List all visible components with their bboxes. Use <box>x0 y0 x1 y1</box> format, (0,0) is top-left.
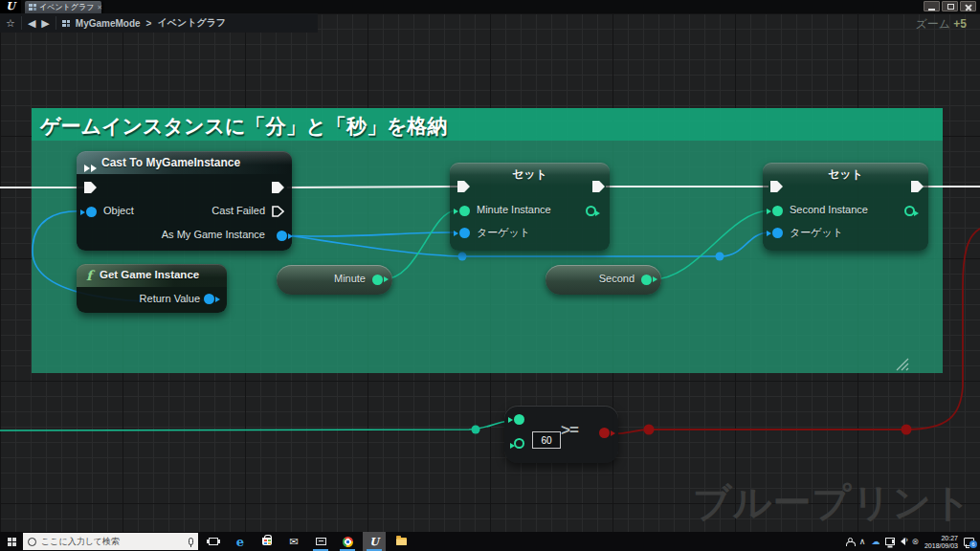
show-hidden-icons-chevron[interactable]: ∧ <box>859 532 866 551</box>
breadcrumb-separator: > <box>146 18 152 29</box>
minute-label: Minute <box>334 273 366 284</box>
compare-input-b-pin[interactable] <box>514 438 524 449</box>
node-set-second-instance[interactable]: セット Second Instance ターゲット <box>763 163 928 251</box>
maximize-button[interactable] <box>942 1 958 11</box>
tab-label: イベントグラフ <box>39 2 94 12</box>
mail-button[interactable]: ✉ <box>282 532 305 551</box>
blueprint-watermark: ブループリント <box>692 476 972 529</box>
edge-icon: e <box>236 536 244 548</box>
node-get-second[interactable]: Second <box>546 265 661 295</box>
reroute-node-green[interactable] <box>472 426 480 434</box>
as-instance-output-pin[interactable] <box>277 231 287 241</box>
tab-close-icon[interactable]: ✕ <box>97 4 102 11</box>
blueprint-graph-canvas[interactable]: ゲームインスタンスに「分」と「秒」を格納 <box>0 13 980 532</box>
object-pin-label: Object <box>103 205 134 216</box>
app-window-icon <box>316 538 326 545</box>
windows-logo-icon <box>8 538 16 546</box>
forward-button[interactable]: ▶ <box>41 13 49 33</box>
cortana-icon <box>28 538 36 546</box>
target-pin-label: ターゲット <box>790 226 843 240</box>
taskbar-clock[interactable]: 20:27 2018/09/03 <box>924 533 958 550</box>
object-input-pin[interactable] <box>86 207 97 217</box>
breadcrumb-current[interactable]: イベントグラフ <box>157 16 226 30</box>
zoom-label: ズーム <box>915 17 950 31</box>
value-output-pin[interactable] <box>586 206 596 216</box>
favorite-star-icon[interactable]: ☆ <box>6 13 15 33</box>
node-title: セット <box>763 166 928 183</box>
exec-output-pin[interactable] <box>272 182 284 193</box>
cast-icon <box>84 159 98 176</box>
second-instance-pin-label: Second Instance <box>790 204 868 215</box>
return-value-pin-label: Return Value <box>140 293 200 304</box>
mail-icon: ✉ <box>289 536 298 548</box>
reroute-node-red-1[interactable] <box>644 425 655 435</box>
second-output-pin[interactable] <box>641 275 652 285</box>
task-view-button[interactable] <box>202 532 225 551</box>
folder-icon <box>396 538 407 545</box>
app-window-button[interactable] <box>309 532 332 551</box>
node-cast-to-mygameinstance[interactable]: Cast To MyGameInstance Object Cast Faile… <box>77 151 292 251</box>
reroute-node-blue-1[interactable] <box>458 253 467 261</box>
task-view-icon <box>209 538 218 545</box>
reroute-node-blue-2[interactable] <box>716 253 724 261</box>
speaker-icon[interactable] <box>901 538 905 545</box>
chrome-button[interactable] <box>336 532 359 551</box>
microphone-icon[interactable] <box>189 538 193 545</box>
close-button[interactable] <box>960 1 976 11</box>
clock-date: 2018/09/03 <box>924 542 958 550</box>
store-icon <box>262 538 272 545</box>
minute-output-pin[interactable] <box>372 275 383 285</box>
store-button[interactable] <box>256 532 278 551</box>
function-node-header: f Get Game Instance <box>77 264 227 287</box>
minimize-button[interactable] <box>924 1 940 11</box>
node-title: Cast To MyGameInstance <box>101 156 240 169</box>
return-value-output-pin[interactable] <box>204 294 214 304</box>
tab-event-graph[interactable]: イベントグラフ ✕ <box>25 1 101 13</box>
taskbar-search[interactable] <box>23 533 198 550</box>
node-get-minute[interactable]: Minute <box>277 265 392 295</box>
minute-instance-pin-label: Minute Instance <box>477 204 551 215</box>
wire-second-to-set2 <box>651 210 768 279</box>
node-get-game-instance[interactable]: f Get Game Instance Return Value <box>77 264 227 313</box>
compare-input-a-pin[interactable] <box>514 414 524 425</box>
edge-button[interactable]: e <box>229 532 252 551</box>
wire-exec-cast-to-set1 <box>287 187 457 187</box>
blueprint-grid-icon <box>62 20 70 27</box>
reroute-node-red-2[interactable] <box>902 425 912 435</box>
action-center-icon[interactable]: 6 <box>964 538 974 546</box>
file-explorer-button[interactable] <box>390 532 412 551</box>
cast-failed-exec-pin[interactable] <box>272 206 284 217</box>
target-input-pin[interactable] <box>772 228 783 238</box>
breadcrumb-root[interactable]: MyGameMode <box>76 18 141 29</box>
graph-navbar: ☆ ◀ ▶ MyGameMode > イベントグラフ <box>0 13 318 33</box>
second-instance-input-pin[interactable] <box>772 206 783 216</box>
status-circle-icon[interactable]: ⊗ <box>911 532 919 551</box>
cast-failed-pin-label: Cast Failed <box>212 205 265 216</box>
value-output-pin[interactable] <box>904 206 915 216</box>
cast-node-header: Cast To MyGameInstance <box>77 151 292 174</box>
start-button[interactable] <box>0 532 23 551</box>
wire-compare-out <box>605 229 980 433</box>
target-pin-label: ターゲット <box>477 226 530 240</box>
unreal-logo-icon: U <box>0 0 21 13</box>
node-greater-equal[interactable]: >= <box>504 406 618 463</box>
compare-value-field[interactable] <box>532 431 561 449</box>
as-instance-pin-label: As My Game Instance <box>162 229 265 240</box>
minute-instance-input-pin[interactable] <box>459 206 470 216</box>
function-icon: f <box>86 265 92 286</box>
onedrive-cloud-icon[interactable]: ☁ <box>871 532 880 551</box>
search-input[interactable] <box>41 537 166 546</box>
exec-input-pin[interactable] <box>84 182 97 193</box>
blueprint-grid-icon <box>29 4 36 11</box>
wire-minute-to-set1 <box>382 210 456 279</box>
chrome-icon <box>343 537 353 547</box>
wire-in-to-compare <box>0 420 517 430</box>
unreal-editor-button[interactable]: U <box>363 532 386 551</box>
target-input-pin[interactable] <box>459 228 470 238</box>
zoom-indicator: ズーム +5 <box>915 16 967 33</box>
node-set-minute-instance[interactable]: セット Minute Instance ターゲット <box>450 163 610 251</box>
bool-output-pin[interactable] <box>599 428 610 438</box>
people-icon[interactable] <box>846 538 854 545</box>
node-title: Get Game Instance <box>100 269 199 280</box>
back-button[interactable]: ◀ <box>28 13 35 33</box>
